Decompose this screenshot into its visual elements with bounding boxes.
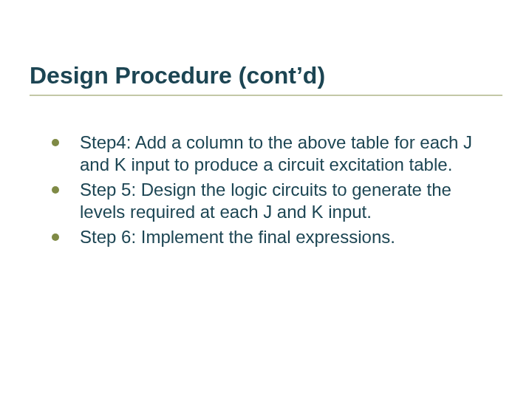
body-content: Step4: Add a column to the above table f… bbox=[52, 132, 488, 251]
list-item-text: Step 5: Design the logic circuits to gen… bbox=[80, 179, 488, 223]
list-item: Step4: Add a column to the above table f… bbox=[52, 132, 488, 176]
bullet-icon bbox=[52, 186, 59, 194]
bullet-icon bbox=[52, 139, 59, 146]
list-item: Step 5: Design the logic circuits to gen… bbox=[52, 179, 488, 223]
list-item-text: Step 6: Implement the final expressions. bbox=[80, 226, 395, 248]
title-underline bbox=[30, 95, 502, 96]
slide: Design Procedure (cont’d) Step4: Add a c… bbox=[0, 0, 532, 399]
slide-title: Design Procedure (cont’d) bbox=[30, 63, 502, 93]
title-block: Design Procedure (cont’d) bbox=[30, 63, 502, 96]
bullet-icon bbox=[52, 233, 59, 241]
list-item-text: Step4: Add a column to the above table f… bbox=[80, 132, 488, 176]
list-item: Step 6: Implement the final expressions. bbox=[52, 226, 488, 248]
